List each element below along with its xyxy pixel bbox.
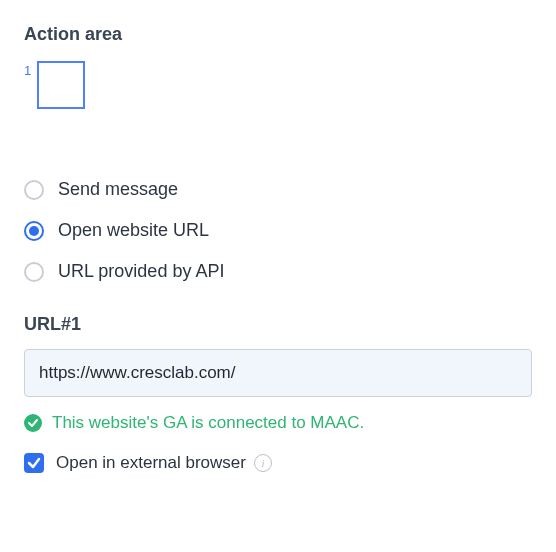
open-external-row: Open in external browser i — [24, 453, 532, 473]
ga-status-row: This website's GA is connected to MAAC. — [24, 413, 532, 433]
section-title: Action area — [24, 24, 532, 45]
radio-label: Open website URL — [58, 220, 209, 241]
radio-url-provided-by-api[interactable]: URL provided by API — [24, 251, 532, 292]
info-icon[interactable]: i — [254, 454, 272, 472]
radio-open-website-url[interactable]: Open website URL — [24, 210, 532, 251]
url-field-label: URL#1 — [24, 314, 532, 335]
radio-label: Send message — [58, 179, 178, 200]
radio-icon — [24, 180, 44, 200]
radio-icon — [24, 221, 44, 241]
action-area-preview: 1 — [24, 61, 532, 109]
url-input[interactable] — [24, 349, 532, 397]
radio-label: URL provided by API — [58, 261, 224, 282]
action-type-radio-group: Send message Open website URL URL provid… — [24, 169, 532, 292]
radio-send-message[interactable]: Send message — [24, 169, 532, 210]
ga-status-text: This website's GA is connected to MAAC. — [52, 413, 364, 433]
open-external-checkbox[interactable] — [24, 453, 44, 473]
radio-icon — [24, 262, 44, 282]
preview-slot-1[interactable] — [37, 61, 85, 109]
preview-index: 1 — [24, 63, 31, 78]
check-circle-icon — [24, 414, 42, 432]
open-external-label: Open in external browser — [56, 453, 246, 473]
